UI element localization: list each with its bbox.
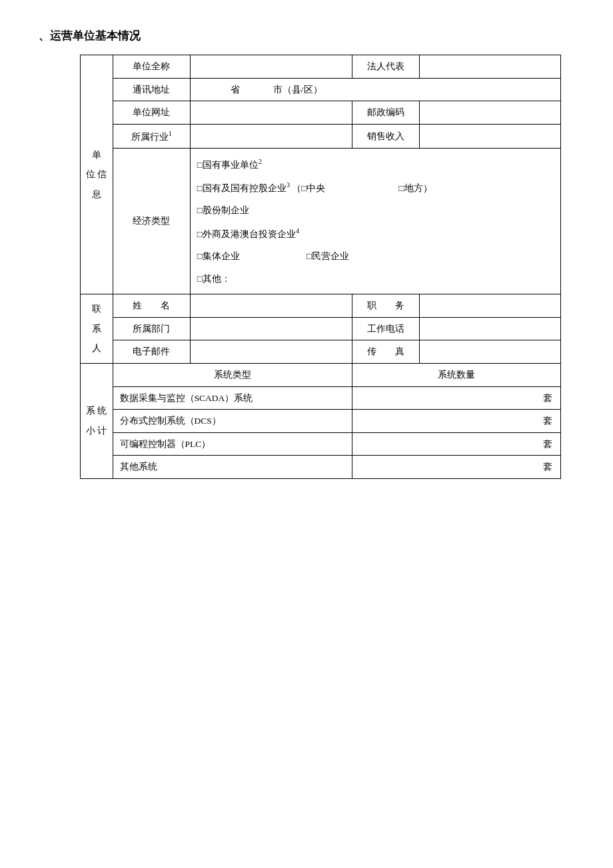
val-sales[interactable] <box>420 124 560 148</box>
sys-plc-count[interactable]: 套 <box>352 432 560 456</box>
label-syscount: 系统数量 <box>352 363 560 386</box>
section-heading: 、运营单位基本情况 <box>33 27 580 45</box>
label-econtype: 经济类型 <box>113 149 190 294</box>
val-address[interactable]: 省市（县/区） <box>190 78 560 101</box>
label-fullname: 单位全称 <box>113 55 190 79</box>
label-legalrep: 法人代表 <box>352 55 419 79</box>
cb-state-owned-enterprise[interactable]: □国有及国有控股企业 <box>197 183 287 193</box>
val-econtype[interactable]: □国有事业单位2 □国有及国有控股企业3 （□中央□地方） □股份制企业 □外商… <box>190 149 560 294</box>
cb-joint-stock[interactable]: □股份制企业 <box>197 205 249 215</box>
sys-other-count[interactable]: 套 <box>352 456 560 479</box>
val-name[interactable] <box>190 294 352 318</box>
label-industry: 所属行业1 <box>113 124 190 148</box>
val-postcode[interactable] <box>420 101 560 125</box>
cb-central[interactable]: （□中央 <box>292 183 325 193</box>
label-workphone: 工作电话 <box>352 317 419 340</box>
cb-private[interactable]: □民营企业 <box>306 251 349 261</box>
cb-foreign-hmt[interactable]: □外商及港澳台投资企业 <box>197 228 296 238</box>
val-position[interactable] <box>420 294 560 318</box>
val-dept[interactable] <box>190 317 352 340</box>
label-systype: 系统类型 <box>113 363 352 386</box>
val-industry[interactable] <box>190 124 352 148</box>
form-table: 单 位 信 息 单位全称 法人代表 通讯地址 省市（县/区） 单位网址 邮政编码… <box>80 55 561 479</box>
label-name: 姓 名 <box>113 294 190 318</box>
cb-local[interactable]: □地方） <box>399 183 432 193</box>
sys-scada-count[interactable]: 套 <box>352 386 560 410</box>
val-email[interactable] <box>190 340 352 364</box>
val-fax[interactable] <box>420 340 560 364</box>
label-url: 单位网址 <box>113 101 190 125</box>
cb-collective[interactable]: □集体企业 <box>197 251 240 261</box>
cb-other[interactable]: □其他： <box>197 274 231 284</box>
addr-city-label: 市（县/区） <box>273 85 322 95</box>
val-fullname[interactable] <box>190 55 352 79</box>
sys-dcs-count[interactable]: 套 <box>352 410 560 433</box>
label-sales: 销售收入 <box>352 124 419 148</box>
rowhead-unit-info: 单 位 信 息 <box>81 55 113 294</box>
label-address: 通讯地址 <box>113 78 190 101</box>
addr-province-label: 省 <box>231 85 240 95</box>
sys-dcs-label: 分布式控制系统（DCS） <box>113 410 352 433</box>
label-position: 职 务 <box>352 294 419 318</box>
cb-state-institution[interactable]: □国有事业单位 <box>197 160 259 170</box>
label-postcode: 邮政编码 <box>352 101 419 125</box>
val-url[interactable] <box>190 101 352 125</box>
rowhead-system-subtotal: 系 统 小 计 <box>81 363 113 478</box>
rowhead-contact: 联 系 人 <box>81 294 113 364</box>
sys-plc-label: 可编程控制器（PLC） <box>113 432 352 456</box>
val-legalrep[interactable] <box>420 55 560 79</box>
label-fax: 传 真 <box>352 340 419 364</box>
label-dept: 所属部门 <box>113 317 190 340</box>
sys-scada-label: 数据采集与监控（SCADA）系统 <box>113 386 352 410</box>
label-email: 电子邮件 <box>113 340 190 364</box>
sys-other-label: 其他系统 <box>113 456 352 479</box>
val-workphone[interactable] <box>420 317 560 340</box>
